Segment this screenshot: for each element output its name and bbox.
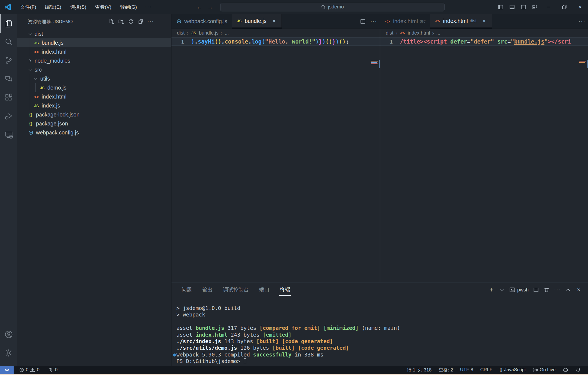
- terminal-output[interactable]: > jsdemo@1.0.0 build> webpackasset bundl…: [176, 305, 583, 365]
- close-tab-icon[interactable]: ×: [481, 18, 487, 24]
- breadcrumb-more[interactable]: ...: [225, 30, 229, 36]
- panel-tab-端口[interactable]: 端口: [259, 284, 270, 296]
- breadcrumb[interactable]: dist › JS bundle.js › ...: [171, 29, 380, 37]
- menu-file[interactable]: 文件(F): [16, 2, 41, 12]
- eol-sequence[interactable]: CRLF: [478, 366, 494, 374]
- activity-explorer[interactable]: [0, 14, 17, 33]
- activity-remote-explorer[interactable]: [0, 125, 17, 144]
- tab-index.html-src[interactable]: <>index.htmlsrc: [380, 14, 430, 28]
- minimize-button[interactable]: −: [541, 0, 556, 14]
- encoding[interactable]: UTF-8: [458, 366, 475, 374]
- terminal-more-icon[interactable]: ···: [554, 286, 561, 294]
- history-forward-icon[interactable]: →: [207, 4, 213, 11]
- terminal-line: > webpack: [176, 312, 583, 318]
- tree-item-dist[interactable]: dist: [17, 29, 171, 38]
- settings-button[interactable]: [0, 344, 17, 362]
- js-icon: JS: [191, 31, 197, 35]
- code-editor-bundle[interactable]: 1 ).sayHi(),console.log("Hello, world!")…: [171, 37, 380, 282]
- split-editor-icon[interactable]: [360, 19, 366, 24]
- close-tab-icon[interactable]: ×: [271, 18, 277, 24]
- close-panel-icon[interactable]: ×: [575, 286, 582, 294]
- problems-status[interactable]: 0 0: [17, 366, 42, 374]
- new-terminal-icon[interactable]: +: [488, 286, 495, 294]
- accounts-button[interactable]: [0, 325, 17, 344]
- activity-run-debug[interactable]: [0, 107, 17, 125]
- panel-tab-输出[interactable]: 输出: [202, 284, 213, 296]
- activity-search[interactable]: [0, 33, 17, 51]
- breadcrumb[interactable]: dist › <> index.html › ...: [380, 29, 588, 37]
- terminal-shell-item[interactable]: pwsh: [509, 287, 529, 293]
- search-icon: [5, 38, 13, 46]
- copilot-icon: [563, 367, 568, 373]
- panel-tab-调试控制台[interactable]: 调试控制台: [222, 284, 249, 296]
- breadcrumb-folder[interactable]: dist: [177, 30, 185, 36]
- ports-status[interactable]: 0: [46, 366, 60, 374]
- go-live-button[interactable]: Go Live: [531, 366, 558, 374]
- toggle-sidebar-icon[interactable]: [495, 0, 506, 14]
- menu-goto[interactable]: 转到(G): [116, 2, 141, 12]
- menu-selection[interactable]: 选择(S): [66, 2, 91, 12]
- language-mode[interactable]: {} JavaScript: [497, 366, 528, 374]
- menu-edit[interactable]: 编辑(E): [41, 2, 66, 12]
- remote-indicator[interactable]: ><: [0, 366, 14, 374]
- error-icon: [19, 367, 24, 373]
- editor-more-icon[interactable]: ···: [370, 18, 377, 25]
- breadcrumb-more[interactable]: ...: [436, 30, 440, 36]
- tree-item-package-lock.json[interactable]: {}package-lock.json: [17, 110, 171, 119]
- minimap-slider[interactable]: [587, 60, 588, 68]
- split-terminal-icon[interactable]: [533, 286, 539, 294]
- close-button[interactable]: ×: [572, 0, 588, 14]
- tree-item-bundle.js[interactable]: JSbundle.js: [17, 38, 171, 47]
- tree-item-index.html[interactable]: <>index.html: [17, 92, 171, 101]
- toggle-panel-icon[interactable]: [506, 0, 518, 14]
- tree-item-index.js[interactable]: JSindex.js: [17, 101, 171, 110]
- menubar: 文件(F) 编辑(E) 选择(S) 查看(V) 转到(G) ···: [16, 2, 155, 12]
- menu-overflow[interactable]: ···: [141, 2, 155, 12]
- status-bar: >< 0 0 0 行 1, 列 318 空格: 2 UTF-8 CRLF {} …: [0, 366, 588, 374]
- breadcrumb-file[interactable]: bundle.js: [199, 30, 219, 36]
- tab-webpack.config.js[interactable]: webpack.config.js: [171, 14, 232, 28]
- editor-more-icon[interactable]: ···: [578, 18, 585, 25]
- collapse-folders-icon[interactable]: [137, 18, 145, 25]
- new-file-icon[interactable]: [108, 18, 115, 25]
- tree-item-node_modules[interactable]: node_modules: [17, 56, 171, 65]
- minimap[interactable]: [579, 61, 587, 63]
- notifications-button[interactable]: [573, 366, 583, 374]
- panel-tab-问题[interactable]: 问题: [181, 284, 192, 296]
- refresh-explorer-icon[interactable]: [127, 18, 135, 25]
- warning-icon: [30, 367, 35, 373]
- editor-area: webpack.config.jsJSbundle.js× ··· dist ›…: [171, 14, 588, 282]
- kill-terminal-icon[interactable]: [543, 286, 550, 294]
- new-folder-icon[interactable]: [117, 18, 125, 25]
- breadcrumb-file[interactable]: index.html: [408, 30, 430, 36]
- tab-index.html-dist[interactable]: <>index.htmldist×: [430, 14, 492, 28]
- tree-item-src[interactable]: src: [17, 65, 171, 74]
- command-center-search[interactable]: jsdemo: [220, 3, 445, 11]
- tree-item-demo.js[interactable]: JSdemo.js: [17, 83, 171, 92]
- toggle-secondary-sidebar-icon[interactable]: [518, 0, 529, 14]
- cursor-position[interactable]: 行 1, 列 318: [405, 366, 434, 374]
- activity-source-control[interactable]: [0, 51, 17, 70]
- indentation[interactable]: 空格: 2: [436, 366, 455, 374]
- activity-extensions[interactable]: [0, 88, 17, 107]
- tree-item-utils[interactable]: utils: [17, 74, 171, 83]
- activity-chat[interactable]: [0, 70, 17, 88]
- command-decoration-dot[interactable]: [173, 354, 176, 356]
- error-count: 0: [26, 367, 28, 373]
- tree-item-index.html[interactable]: <>index.html: [17, 47, 171, 56]
- tree-item-package.json[interactable]: {}package.json: [17, 119, 171, 128]
- breadcrumb-folder[interactable]: dist: [386, 30, 393, 36]
- panel-tab-终端[interactable]: 终端: [279, 284, 291, 296]
- maximize-panel-icon[interactable]: [565, 286, 571, 294]
- explorer-more-icon[interactable]: ···: [147, 18, 154, 25]
- history-back-icon[interactable]: ←: [196, 4, 202, 11]
- restore-button[interactable]: [556, 0, 572, 14]
- tree-item-webpack.config.js[interactable]: webpack.config.js: [17, 128, 171, 137]
- code-editor-indexhtml[interactable]: 1 /title><script defer="defer" src="bund…: [380, 37, 588, 282]
- copilot-status[interactable]: [561, 366, 571, 374]
- menu-view[interactable]: 查看(V): [91, 2, 116, 12]
- customize-layout-icon[interactable]: [529, 0, 541, 14]
- launch-profile-chevron-icon[interactable]: [499, 286, 505, 294]
- tab-bundle.js[interactable]: JSbundle.js×: [232, 14, 282, 28]
- minimap[interactable]: [371, 61, 379, 64]
